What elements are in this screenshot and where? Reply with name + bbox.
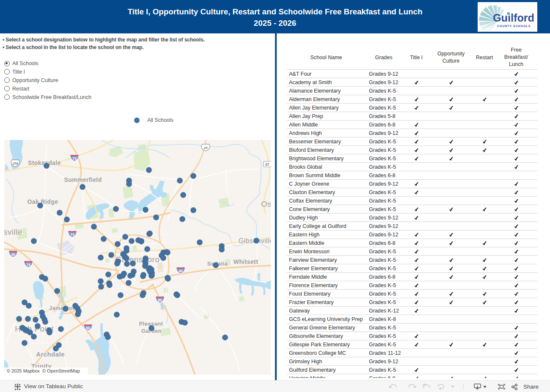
svg-text:29: 29 [204, 146, 208, 150]
svg-text:© 2025 Mapbox © OpenStreetMap: © 2025 Mapbox © OpenStreetMap [7, 368, 80, 373]
svg-text:COUNTY SCHOOLS: COUNTY SCHOOLS [497, 25, 531, 27]
svg-text:85: 85 [158, 298, 162, 302]
svg-text:73: 73 [70, 233, 74, 237]
svg-text:Summerfield: Summerfield [64, 176, 102, 183]
svg-text:87: 87 [265, 162, 270, 167]
svg-text:Oss: Oss [261, 200, 271, 208]
svg-text:40: 40 [179, 269, 183, 273]
svg-text:74: 74 [26, 263, 30, 267]
svg-text:73: 73 [72, 156, 77, 161]
svg-text:Share: Share [523, 384, 539, 390]
svg-text:40: 40 [11, 252, 15, 257]
svg-text:85: 85 [86, 326, 90, 330]
svg-text:sville: sville [4, 228, 22, 236]
svg-text:158: 158 [12, 162, 18, 165]
svg-text:Whitsett: Whitsett [234, 258, 258, 265]
svg-text:Guilford: Guilford [493, 11, 534, 24]
svg-text:Archdale: Archdale [36, 351, 64, 358]
